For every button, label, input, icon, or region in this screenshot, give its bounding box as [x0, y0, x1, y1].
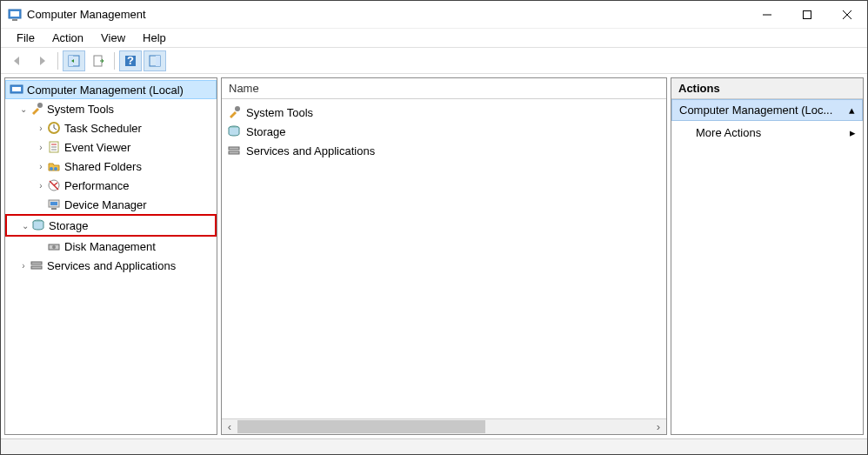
- svg-rect-33: [31, 266, 42, 269]
- tree-event-viewer-label: Event Viewer: [64, 141, 130, 154]
- svg-rect-13: [156, 56, 160, 66]
- expander-icon[interactable]: ›: [35, 143, 47, 152]
- expander-icon[interactable]: ›: [35, 181, 47, 191]
- clock-icon: [47, 121, 61, 135]
- expander-icon[interactable]: ›: [17, 261, 30, 271]
- tree-task-scheduler[interactable]: › Task Scheduler: [5, 118, 217, 137]
- svg-rect-36: [229, 147, 239, 150]
- tree-storage-label: Storage: [49, 219, 89, 232]
- submenu-icon: ▸: [850, 126, 856, 139]
- minimize-button[interactable]: [747, 1, 787, 28]
- list-header[interactable]: Name: [222, 78, 666, 99]
- event-viewer-icon: [47, 140, 61, 154]
- system-tools-icon: [227, 105, 241, 119]
- services-apps-icon: [227, 144, 241, 157]
- statusbar: [1, 438, 867, 454]
- storage-icon: [31, 218, 45, 232]
- toolbar-divider-2: [114, 52, 115, 70]
- tree-device-manager-label: Device Manager: [64, 198, 147, 211]
- scrollbar-thumb[interactable]: [237, 420, 485, 433]
- list-item-label: Storage: [246, 125, 286, 138]
- expander-icon[interactable]: ⌄: [17, 104, 30, 114]
- actions-more-actions[interactable]: More Actions ▸: [671, 121, 863, 144]
- svg-rect-1: [10, 11, 19, 17]
- scrollbar-track[interactable]: [237, 419, 651, 434]
- properties-button[interactable]: [87, 50, 110, 71]
- list-item-system-tools[interactable]: System Tools: [227, 103, 661, 122]
- list-pane: Name System Tools Storage Services and A…: [221, 77, 667, 435]
- tree-performance[interactable]: › Performance: [5, 176, 217, 195]
- actions-section-label: Computer Management (Loc...: [679, 104, 832, 117]
- menubar: File Action View Help: [1, 29, 867, 48]
- scroll-right-icon[interactable]: ›: [651, 419, 666, 434]
- list-item-storage[interactable]: Storage: [227, 122, 661, 141]
- svg-rect-37: [229, 151, 239, 154]
- tree-root-label: Computer Management (Local): [27, 84, 184, 97]
- menu-action[interactable]: Action: [45, 30, 90, 46]
- list-item-label: System Tools: [246, 106, 313, 119]
- menu-view[interactable]: View: [94, 30, 132, 46]
- list-body: System Tools Storage Services and Applic…: [222, 99, 666, 418]
- show-action-pane-button[interactable]: [144, 50, 166, 71]
- svg-rect-32: [31, 262, 42, 264]
- tree-task-scheduler-label: Task Scheduler: [64, 122, 142, 135]
- actions-section-header[interactable]: Computer Management (Loc... ▴: [671, 99, 863, 121]
- expander-icon[interactable]: ›: [35, 124, 47, 133]
- system-tools-icon: [30, 102, 43, 116]
- expander-icon[interactable]: ⌄: [19, 221, 31, 231]
- svg-point-22: [50, 167, 53, 171]
- actions-pane: Actions Computer Management (Loc... ▴ Mo…: [671, 77, 864, 435]
- scroll-left-icon[interactable]: ‹: [222, 419, 237, 434]
- actions-title: Actions: [671, 78, 863, 99]
- svg-text:?: ?: [127, 54, 134, 67]
- device-manager-icon: [47, 197, 61, 211]
- tree-system-tools[interactable]: ⌄ System Tools: [5, 99, 217, 118]
- services-apps-icon: [30, 258, 43, 272]
- svg-point-16: [37, 103, 43, 108]
- shared-folders-icon: [47, 159, 61, 173]
- titlebar: Computer Management: [1, 1, 867, 29]
- more-actions-label: More Actions: [696, 126, 761, 139]
- list-item-services-apps[interactable]: Services and Applications: [227, 141, 661, 160]
- help-button[interactable]: ?: [119, 50, 142, 71]
- tree-disk-management[interactable]: Disk Management: [5, 237, 217, 256]
- tree: Computer Management (Local) ⌄ System Too…: [5, 78, 217, 277]
- tree-disk-management-label: Disk Management: [64, 240, 156, 253]
- svg-rect-27: [51, 208, 57, 210]
- forward-button[interactable]: [30, 50, 53, 71]
- close-button[interactable]: [827, 1, 867, 28]
- expander-icon[interactable]: ›: [35, 162, 47, 171]
- toolbar-divider: [57, 52, 58, 70]
- svg-point-34: [235, 106, 240, 111]
- back-button[interactable]: [6, 50, 29, 71]
- maximize-button[interactable]: [787, 1, 827, 28]
- tree-services-apps[interactable]: › Services and Applications: [5, 256, 217, 275]
- computer-management-icon: [10, 83, 23, 97]
- svg-rect-15: [12, 87, 21, 91]
- tree-root[interactable]: Computer Management (Local): [5, 80, 217, 99]
- window-controls: [747, 1, 867, 28]
- svg-rect-2: [12, 19, 17, 21]
- horizontal-scrollbar[interactable]: ‹ ›: [222, 418, 666, 434]
- collapse-icon[interactable]: ▴: [849, 104, 855, 117]
- storage-icon: [227, 124, 241, 138]
- tree-shared-folders-label: Shared Folders: [64, 160, 142, 173]
- svg-point-23: [54, 167, 57, 171]
- tree-device-manager[interactable]: Device Manager: [5, 195, 217, 214]
- tree-storage[interactable]: ⌄ Storage: [7, 216, 215, 235]
- tree-shared-folders[interactable]: › Shared Folders: [5, 157, 217, 176]
- tree-pane: Computer Management (Local) ⌄ System Too…: [4, 77, 217, 435]
- column-name: Name: [229, 82, 259, 95]
- disk-management-icon: [47, 239, 61, 253]
- menu-help[interactable]: Help: [136, 30, 173, 46]
- tree-event-viewer[interactable]: › Event Viewer: [5, 137, 217, 157]
- toolbar: ?: [1, 48, 867, 74]
- list-item-label: Services and Applications: [246, 144, 375, 157]
- svg-rect-28: [50, 202, 57, 205]
- show-hide-tree-button[interactable]: [63, 50, 85, 71]
- menu-file[interactable]: File: [10, 30, 42, 46]
- performance-icon: [47, 178, 61, 192]
- svg-rect-4: [804, 10, 811, 18]
- tree-services-apps-label: Services and Applications: [47, 259, 176, 272]
- tree-performance-label: Performance: [64, 179, 129, 192]
